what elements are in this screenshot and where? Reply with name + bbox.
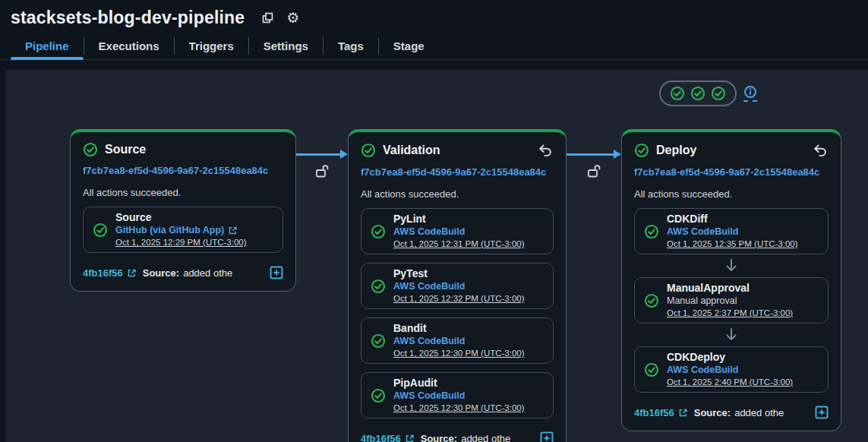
tab-tags[interactable]: Tags [324,33,378,59]
action-name: PyTest [393,267,525,280]
action-box: CDKDeploy AWS CodeBuild Oct 1, 2025 2:40… [634,346,829,393]
action-timestamp[interactable]: Oct 1, 2025 12:31 PM (UTC-3:00) [393,238,525,250]
action-provider-text: Manual approval [667,295,793,308]
action-timestamp[interactable]: Oct 1, 2025 2:37 PM (UTC-3:00) [667,308,793,319]
action-timestamp[interactable]: Oct 1, 2025 12:32 PM (UTC-3:00) [393,293,525,305]
action-name: PipAudit [393,377,525,390]
action-box: Bandit AWS CodeBuild Oct 1, 2025 12:30 P… [361,317,554,364]
stage-status-text: All actions succeeded. [361,188,554,200]
tab-settings[interactable]: Settings [249,33,323,59]
unlocked-transition-icon[interactable] [586,163,602,179]
success-check-icon [371,224,386,239]
action-timestamp[interactable]: Oct 1, 2025 12:29 PM (UTC-3:00) [115,237,247,248]
retry-stage-icon[interactable] [812,142,829,159]
transition-arrow-icon [296,150,348,159]
commit-message: added othe [461,433,510,442]
action-box: PyLint AWS CodeBuild Oct 1, 2025 12:31 P… [361,208,554,254]
commit-link[interactable]: 4fb16f56 [361,433,415,442]
action-box: Source GitHub (via GitHub App) Oct 1, 20… [83,207,283,253]
stage-name: Deploy [656,144,696,157]
tab-bar: Pipeline Executions Triggers Settings Ta… [0,33,868,60]
page-header: stacksets-blog-dev-pipeline ⚙ [0,0,868,29]
gear-icon: ⚙ [286,11,299,25]
action-provider-link[interactable]: AWS CodeBuild [393,226,525,238]
action-timestamp[interactable]: Oct 1, 2025 12:30 PM (UTC-3:00) [393,348,525,359]
stage-card-source: Source f7cb7ea8-ef5d-4596-9a67-2c15548ea… [70,129,296,292]
action-name: PyLint [393,213,525,226]
success-check-icon [93,223,108,238]
pipeline-status-summary [659,81,757,106]
stage-name: Source [105,143,146,156]
copy-icon [261,11,274,24]
stage-footer: 4fb16f56 Source: added othe [83,266,283,279]
action-box: PipAudit AWS CodeBuild Oct 1, 2025 12:30… [361,372,554,418]
action-provider-link[interactable]: AWS CodeBuild [667,226,798,238]
action-info: Source GitHub (via GitHub App) Oct 1, 20… [115,211,247,248]
stage-name: Validation [383,144,440,157]
stage-footer: 4fb16f56 Source: added othe [634,406,829,419]
transition-arrow-icon [567,150,621,159]
success-check-icon [670,86,685,101]
action-provider-link[interactable]: AWS CodeBuild [393,390,525,403]
unlocked-transition-icon[interactable] [314,163,330,179]
stage-transition [296,150,348,179]
action-sequence-arrow-icon [634,256,829,276]
action-provider-link[interactable]: AWS CodeBuild [667,364,793,377]
action-timestamp[interactable]: Oct 1, 2025 12:35 PM (UTC-3:00) [667,238,798,250]
retry-stage-icon[interactable] [537,142,554,159]
pipeline-visualization-panel: Source f7cb7ea8-ef5d-4596-9a67-2c15548ea… [6,70,868,442]
expand-details-button[interactable] [540,431,554,442]
pipeline-settings-button[interactable]: ⚙ [286,11,299,25]
success-check-icon [690,86,705,101]
success-check-icon [371,333,386,349]
action-provider-link[interactable]: AWS CodeBuild [393,280,525,293]
stage-transition [567,150,621,179]
stage-status-text: All actions succeeded. [83,187,283,198]
success-check-icon [644,293,659,308]
success-check-icon [711,86,726,101]
tab-pipeline[interactable]: Pipeline [11,33,84,59]
commit-link[interactable]: 4fb16f56 [83,267,137,279]
stage-header: Validation [361,142,554,159]
action-name: ManualApproval [667,282,793,295]
expand-details-button[interactable] [270,266,283,279]
execution-id-link[interactable]: f7cb7ea8-ef5d-4596-9a67-2c15548ea84c [634,166,829,178]
action-timestamp[interactable]: Oct 1, 2025 12:30 PM (UTC-3:00) [393,403,525,414]
action-name: CDKDiff [667,213,798,226]
external-link-icon [678,408,688,418]
commit-message: added othe [183,267,232,279]
stages-row: Source f7cb7ea8-ef5d-4596-9a67-2c15548ea… [6,70,868,442]
external-link-icon [228,226,238,235]
commit-message: added othe [734,407,784,418]
action-provider-link[interactable]: GitHub (via GitHub App) [115,224,247,237]
action-timestamp[interactable]: Oct 1, 2025 2:40 PM (UTC-3:00) [667,377,793,388]
success-check-icon [634,143,649,158]
tab-stage[interactable]: Stage [379,33,439,59]
copy-pipeline-name-button[interactable] [261,11,274,24]
action-name: Source [115,211,247,224]
success-check-icon [371,279,386,294]
execution-id-link[interactable]: f7cb7ea8-ef5d-4596-9a67-2c15548ea84c [361,166,554,178]
action-name: Bandit [393,322,525,335]
stage-status-text: All actions succeeded. [634,188,829,200]
stage-status-pill [659,81,737,106]
commit-source-label: Source: [694,407,731,418]
info-icon[interactable] [743,85,757,102]
success-check-icon [371,388,386,403]
stage-footer: 4fb16f56 Source: added othe [361,431,554,442]
success-check-icon [644,224,659,239]
tab-executions[interactable]: Executions [84,33,174,59]
commit-link[interactable]: 4fb16f56 [634,407,688,418]
success-check-icon [644,362,659,377]
action-provider-link[interactable]: AWS CodeBuild [393,335,525,348]
expand-details-button[interactable] [815,406,829,419]
action-box: CDKDiff AWS CodeBuild Oct 1, 2025 12:35 … [634,208,829,254]
commit-source-label: Source: [421,433,457,442]
action-box: PyTest AWS CodeBuild Oct 1, 2025 12:32 P… [361,263,554,309]
tab-triggers[interactable]: Triggers [175,33,248,59]
action-box: ManualApproval Manual approval Oct 1, 20… [634,277,829,324]
success-check-icon [83,142,98,157]
page-title: stacksets-blog-dev-pipeline [11,8,245,28]
stage-header: Source [83,142,283,157]
execution-id-link[interactable]: f7cb7ea8-ef5d-4596-9a67-2c15548ea84c [83,165,283,176]
